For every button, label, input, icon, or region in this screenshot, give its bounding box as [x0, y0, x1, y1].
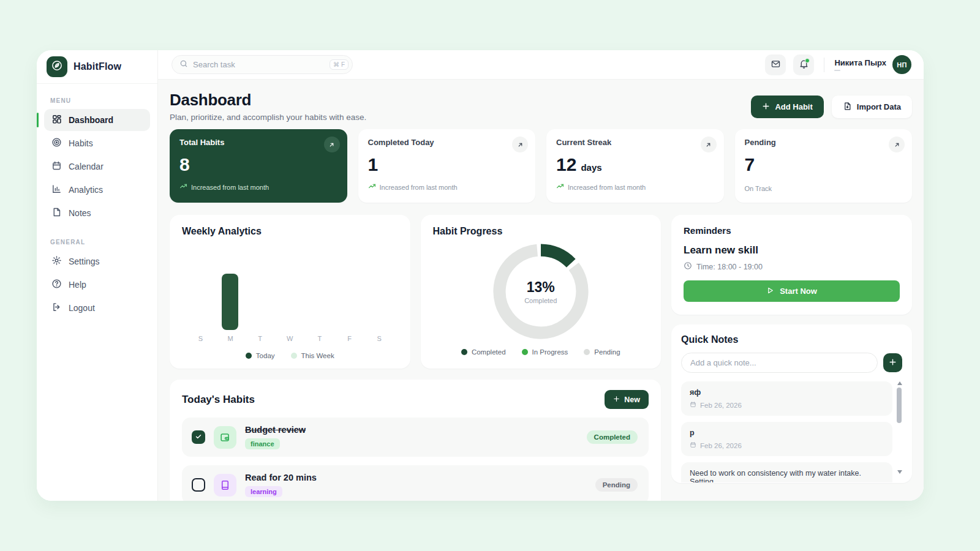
weekly-bar-chart [182, 243, 398, 330]
import-data-button[interactable]: Import Data [832, 96, 912, 118]
sidebar-item-habits[interactable]: Habits [44, 132, 150, 154]
start-now-label: Start Now [780, 287, 817, 296]
user-subtitle-dash [834, 70, 840, 71]
bar-chart-icon [51, 184, 62, 196]
sidebar-item-logout[interactable]: Logout [44, 297, 150, 319]
search-box[interactable]: ⌘ F [172, 55, 353, 74]
arrow-up-right-icon[interactable] [701, 137, 717, 152]
legend-dot [461, 349, 467, 355]
arrow-up-right-icon[interactable] [512, 137, 528, 152]
day-label: S [364, 335, 394, 342]
logout-icon [51, 302, 62, 314]
leaf-icon [51, 60, 62, 73]
reminder-time-text: Time: 18:00 - 19:00 [696, 263, 763, 271]
sidebar-item-settings[interactable]: Settings [44, 250, 150, 272]
bar-S-6 [364, 243, 394, 330]
stat-value: 12 [556, 154, 576, 175]
gear-icon [51, 255, 62, 268]
status-badge: Completed [587, 430, 638, 444]
scrollbar-thumb[interactable] [897, 388, 902, 423]
reminders-title: Reminders [684, 225, 900, 236]
stat-value: 1 [368, 154, 379, 175]
stat-label: Pending [745, 138, 903, 147]
habit-checkbox-unchecked[interactable] [192, 478, 205, 492]
document-icon [51, 207, 62, 219]
sidebar-item-notes[interactable]: Notes [44, 202, 150, 224]
sidebar-item-analytics[interactable]: Analytics [44, 179, 150, 201]
check-icon [195, 433, 202, 442]
sidebar-item-label: Calendar [69, 162, 104, 171]
sidebar-item-label: Notes [69, 208, 91, 218]
weekly-analytics-title: Weekly Analytics [182, 226, 398, 237]
note-date-text: Feb 26, 2026 [700, 402, 742, 409]
user-name: Никита Пырх [834, 58, 886, 67]
book-icon [214, 474, 236, 497]
habit-checkbox-checked[interactable] [192, 430, 205, 444]
menu-list: Dashboard Habits Calendar [37, 109, 157, 225]
search-icon [179, 59, 188, 70]
day-label: T [245, 335, 275, 342]
mail-icon [771, 59, 781, 71]
quick-notes-title: Quick Notes [681, 334, 902, 345]
add-note-button[interactable] [883, 353, 902, 372]
stat-note-text: Increased from last month [191, 184, 269, 191]
stat-card-completed-today: Completed Today 1 Increased from last mo… [358, 129, 536, 203]
legend-in-progress: In Progress [522, 348, 568, 356]
arrow-up-right-icon[interactable] [889, 137, 905, 152]
stat-card-pending: Pending 7 On Track [735, 129, 913, 203]
habit-row: Budget review finance Completed [182, 418, 649, 457]
app-window: HabitFlow MENU Dashboard Habi [37, 50, 924, 501]
topbar: ⌘ F [158, 50, 924, 80]
main-area: ⌘ F [158, 50, 924, 501]
sidebar-item-calendar[interactable]: Calendar [44, 156, 150, 178]
notification-dot [805, 58, 810, 63]
help-icon [51, 279, 62, 291]
quick-note-input[interactable] [681, 353, 878, 373]
stat-card-current-streak: Current Streak 12 days Increased from la… [546, 129, 724, 203]
arrow-up-right-icon[interactable] [324, 137, 340, 152]
user-chip[interactable]: Никита Пырх НП [834, 55, 911, 74]
add-habit-label: Add Habit [775, 102, 812, 111]
grid-icon [51, 114, 62, 126]
bar-W-3 [275, 243, 305, 330]
sidebar-item-dashboard[interactable]: Dashboard [44, 109, 150, 131]
notes-scrollbar[interactable] [896, 381, 902, 474]
note-item: р Feb 26, 2026 [681, 422, 892, 456]
bar-T-2 [245, 243, 275, 330]
sidebar-item-label: Analytics [69, 185, 103, 195]
scroll-up-arrow[interactable] [897, 381, 902, 385]
day-label: F [334, 335, 364, 342]
status-badge: Pending [595, 478, 638, 492]
scroll-down-arrow[interactable] [897, 470, 902, 474]
stat-card-total-habits: Total Habits 8 Increased from last month [170, 129, 347, 203]
bar-S-0 [186, 243, 216, 330]
start-now-button[interactable]: Start Now [684, 280, 900, 302]
sidebar-item-label: Help [69, 280, 86, 290]
mail-button[interactable] [765, 54, 786, 75]
stat-note-text: Increased from last month [380, 184, 458, 191]
add-habit-button[interactable]: Add Habit [751, 96, 823, 118]
stat-label: Completed Today [368, 138, 526, 147]
sidebar-item-label: Settings [69, 257, 100, 266]
general-section-label: GENERAL [37, 239, 157, 246]
search-input[interactable] [193, 60, 325, 69]
plus-icon [762, 102, 770, 112]
new-habit-button[interactable]: New [605, 390, 649, 409]
search-shortcut-badge: ⌘ F [330, 59, 349, 70]
stat-value: 8 [179, 154, 190, 175]
day-label: T [305, 335, 335, 342]
sidebar-item-help[interactable]: Help [44, 274, 150, 296]
sidebar: HabitFlow MENU Dashboard Habi [37, 50, 158, 501]
bar-T-4 [305, 243, 335, 330]
bar-F-5 [334, 243, 364, 330]
note-text: р [690, 429, 884, 437]
quick-notes-card: Quick Notes яф [671, 324, 912, 483]
reminder-task: Learn new skill [684, 244, 900, 257]
stat-suffix: days [581, 162, 601, 173]
trending-up-icon [368, 182, 376, 192]
notifications-button[interactable] [793, 54, 814, 75]
page-title: Dashboard [170, 91, 366, 110]
menu-section-label: MENU [37, 97, 157, 104]
reminders-card: Reminders Learn new skill Time: 18:00 - … [671, 215, 912, 315]
legend-dot [522, 349, 528, 355]
